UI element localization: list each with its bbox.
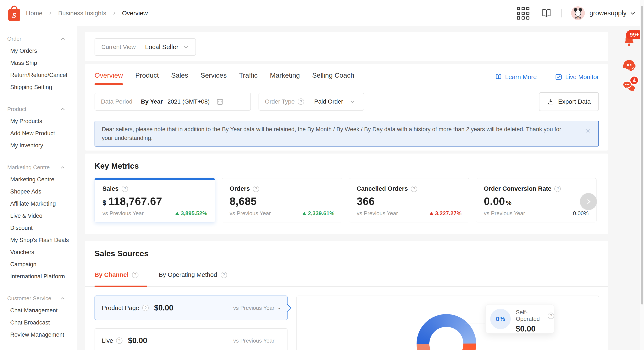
tab-overview[interactable]: Overview [94, 71, 123, 85]
sidebar-item-live-video[interactable]: Live & Video [0, 210, 77, 222]
breadcrumb-business-insights[interactable]: Business Insights [58, 10, 106, 17]
source-value: $0.00 [154, 303, 173, 312]
metric-number: 366 [357, 195, 375, 207]
sidebar-item-my-orders[interactable]: My Orders [0, 45, 77, 57]
apps-grid-icon[interactable] [517, 7, 530, 19]
question-icon[interactable]: ? [122, 186, 128, 192]
sidebar-item-affiliate-marketing[interactable]: Affiliate Marketing [0, 198, 77, 210]
sidebar-item-chat-management[interactable]: Chat Management [0, 305, 77, 317]
current-view-card: Current View Local Seller [85, 32, 608, 61]
percent-bubble: 0% [490, 309, 511, 329]
tab-sales[interactable]: Sales [171, 71, 188, 85]
order-type-label: Order Type [265, 98, 295, 105]
metric-label: Cancelled Orders [357, 185, 408, 192]
metric-cards-row: Sales ? $ 118,767.67 vs Previous Year 3,… [94, 178, 596, 222]
sidebar-item-international-platform[interactable]: International Platform [0, 270, 77, 283]
sidebar-section-header-product[interactable]: Product [0, 103, 77, 115]
sidebar-item-my-products[interactable]: My Products [0, 115, 77, 127]
metric-number: 118,767.67 [108, 195, 162, 207]
key-metrics-title: Key Metrics [94, 162, 139, 171]
question-icon[interactable]: ? [554, 186, 561, 192]
data-period-type: By Year [141, 98, 163, 105]
tab-services[interactable]: Services [200, 71, 227, 85]
metric-label: Orders [230, 185, 250, 192]
question-icon[interactable]: ? [132, 272, 138, 278]
chevron-down-icon[interactable] [630, 10, 636, 16]
header-actions: GROWE growesupply [517, 0, 636, 26]
sidebar-item-vouchers[interactable]: Vouchers [0, 246, 77, 258]
vs-previous-label: vs Previous Year [102, 210, 144, 217]
metric-card-sales[interactable]: Sales ? $ 118,767.67 vs Previous Year 3,… [94, 178, 215, 222]
sidebar-item-discount[interactable]: Discount [0, 222, 77, 234]
triangle-up-icon [430, 212, 434, 215]
scrollbar-thumb[interactable] [641, 6, 643, 305]
question-icon[interactable]: ? [142, 305, 149, 311]
sidebar: Order My Orders Mass Ship Return/Refund/… [0, 26, 77, 350]
metric-number: 0.00 [484, 195, 505, 207]
vs-previous-label: vs Previous Year [233, 338, 274, 344]
currency-prefix: $ [102, 199, 106, 207]
metric-card-order-conversion-rate[interactable]: Order Conversion Rate ? 0.00 % vs Previo… [476, 178, 596, 222]
section-label: Product [7, 106, 26, 113]
learn-more-label: Learn More [505, 74, 537, 81]
source-label: Live [102, 337, 113, 344]
tooltip-value: $0.00 [516, 325, 554, 334]
sidebar-item-shopee-ads[interactable]: Shopee Ads [0, 186, 77, 198]
tab-traffic[interactable]: Traffic [239, 71, 258, 85]
tab-selling-coach[interactable]: Selling Coach [312, 71, 354, 85]
question-icon[interactable]: ? [548, 313, 554, 319]
sidebar-item-review-management[interactable]: Review Management [0, 329, 77, 341]
active-tab-indicator [94, 286, 147, 287]
shopee-logo-icon[interactable]: S [8, 5, 21, 22]
sidebar-item-my-inventory[interactable]: My Inventory [0, 140, 77, 152]
sidebar-item-shipping-setting[interactable]: Shipping Setting [0, 81, 77, 93]
sidebar-item-marketing-centre[interactable]: Marketing Centre [0, 174, 77, 186]
source-row-live[interactable]: Live ? $0.00 vs Previous Year - [94, 328, 288, 350]
donut-chart[interactable] [416, 314, 476, 350]
sidebar-section-header-order[interactable]: Order [0, 33, 77, 45]
avatar[interactable]: GROWE [571, 6, 585, 20]
sidebar-section-header-customer-service[interactable]: Customer Service [0, 292, 77, 305]
sidebar-item-return-refund-cancel[interactable]: Return/Refund/Cancel [0, 69, 77, 81]
metric-card-cancelled-orders[interactable]: Cancelled Orders ? 366 vs Previous Year … [349, 178, 469, 222]
live-monitor-link[interactable]: Live Monitor [555, 73, 599, 81]
sidebar-item-flash-deals[interactable]: My Shop's Flash Deals [0, 234, 77, 246]
sidebar-section-header-finance-partial[interactable]: Fi [0, 349, 77, 350]
sidebar-item-add-new-product[interactable]: Add New Product [0, 127, 77, 140]
vs-previous-label: vs Previous Year [484, 210, 525, 217]
sidebar-item-campaign[interactable]: Campaign [0, 258, 77, 270]
question-icon[interactable]: ? [253, 186, 259, 192]
carousel-next-button[interactable] [580, 193, 597, 210]
question-icon[interactable]: ? [411, 186, 417, 192]
learn-more-link[interactable]: Learn More [495, 74, 537, 81]
question-icon[interactable]: ? [221, 272, 227, 278]
breadcrumb-overview: Overview [122, 10, 148, 17]
sidebar-section-header-marketing-centre[interactable]: Marketing Centre [0, 161, 77, 174]
question-icon[interactable]: ? [298, 98, 304, 105]
tab-by-operating-method[interactable]: By Operating Method ? [159, 271, 227, 278]
sidebar-section-customer-service: Customer Service Chat Management Chat Br… [0, 292, 77, 341]
tab-by-channel[interactable]: By Channel ? [94, 271, 138, 278]
tab-marketing[interactable]: Marketing [270, 71, 300, 85]
metric-delta: 3,227.27% [430, 210, 462, 217]
metric-card-orders[interactable]: Orders ? 8,685 vs Previous Year 2,339.61… [222, 178, 342, 222]
order-type-filter[interactable]: Order Type ? Paid Order [258, 93, 364, 111]
close-icon[interactable] [585, 128, 591, 134]
vertical-scrollbar [640, 0, 644, 350]
breadcrumb-home[interactable]: Home [26, 10, 42, 17]
data-period-filter[interactable]: Data Period By Year 2021 (GMT+08) [94, 93, 251, 111]
question-icon[interactable]: ? [116, 338, 122, 344]
export-data-button[interactable]: Export Data [539, 92, 599, 111]
section-label: Order [7, 35, 21, 42]
metric-value: 0.00 % [484, 195, 589, 207]
headset-support-icon[interactable] [621, 57, 637, 74]
username[interactable]: growesupply [590, 9, 626, 17]
svg-text:GROWE: GROWE [574, 17, 582, 19]
current-view-selector[interactable]: Current View Local Seller [94, 38, 196, 56]
tab-product[interactable]: Product [135, 71, 159, 85]
source-row-product-page[interactable]: Product Page ? $0.00 vs Previous Year - [94, 296, 288, 320]
divider [546, 73, 546, 81]
help-book-icon[interactable] [541, 8, 552, 18]
sidebar-item-chat-broadcast[interactable]: Chat Broadcast [0, 317, 77, 329]
sidebar-item-mass-ship[interactable]: Mass Ship [0, 57, 77, 69]
